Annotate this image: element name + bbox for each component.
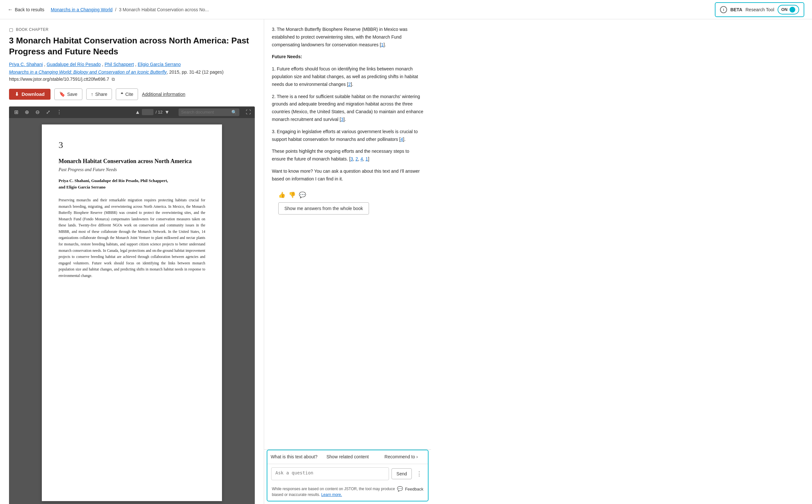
breadcrumb-sep: /: [115, 7, 116, 12]
share-button[interactable]: ↑ Share: [86, 88, 112, 100]
pdf-search-input[interactable]: [181, 110, 229, 115]
download-button[interactable]: ⬇ Download: [9, 89, 51, 100]
breadcrumb: Monarchs in a Changing World / 3 Monarch…: [51, 7, 209, 12]
ai-ref-2[interactable]: 2: [348, 82, 351, 87]
beta-info-icon: i: [720, 6, 727, 13]
learn-more-link[interactable]: Learn more.: [321, 492, 342, 497]
back-to-results-label: Back to results: [15, 7, 44, 12]
breadcrumb-book-link[interactable]: Monarchs in a Changing World: [51, 7, 113, 12]
copy-doi-icon[interactable]: ⧉: [112, 77, 115, 82]
research-tool-label: Research Tool: [745, 7, 774, 12]
disclaimer-row: While responses are based on content on …: [267, 483, 428, 501]
pdf-zoom-out[interactable]: ⊖: [34, 108, 41, 116]
ai-para-2: 1. Future efforts should focus on identi…: [272, 65, 423, 88]
pdf-next-page[interactable]: ▼: [164, 109, 170, 115]
book-ref-rest: , 2015, pp. 31-42 (12 pages): [167, 69, 224, 75]
author-4-link[interactable]: Eligio García Serrano: [138, 62, 181, 67]
more-options-button[interactable]: ⋮: [414, 469, 424, 479]
tab-recommend-to[interactable]: Recommend to ›: [374, 450, 428, 464]
feedback-icon: 💬: [397, 486, 403, 492]
beta-label: BETA: [730, 7, 742, 12]
pdf-body-text: Preserving monarchs and their remarkable…: [59, 197, 205, 279]
thumbs-up-button[interactable]: 👍: [278, 191, 285, 198]
article-title: 3 Monarch Habitat Conservation across No…: [9, 35, 255, 57]
action-buttons: ⬇ Download 🔖 Save ↑ Share ❝ Cite Additio…: [9, 88, 255, 100]
thumbs-down-button[interactable]: 👎: [289, 191, 296, 198]
bottom-tabs: What is this text about? Show related co…: [267, 450, 428, 464]
content-type-label: ▢ BOOK CHAPTER: [9, 27, 255, 32]
ai-ref-1b[interactable]: 1: [365, 156, 368, 161]
comment-button[interactable]: 💬: [299, 191, 306, 198]
ai-ref-1[interactable]: 1: [381, 42, 383, 47]
disclaimer-text: While responses are based on content on …: [272, 486, 397, 498]
bookmark-icon: 🔖: [59, 91, 65, 97]
pdf-search-box: 🔍: [179, 108, 239, 116]
save-button[interactable]: 🔖 Save: [54, 88, 82, 100]
pdf-chapter-title: Monarch Habitat Conservation across Nort…: [59, 158, 205, 165]
breadcrumb-current: 3 Monarch Habitat Conservation across No…: [119, 7, 209, 12]
toggle-on-label: ON: [781, 7, 788, 12]
ai-cta-para: Want to know more? You can ask a questio…: [272, 168, 423, 183]
back-arrow-icon: ←: [8, 7, 13, 13]
pdf-search-icon: 🔍: [231, 110, 237, 115]
pdf-page-total: / 12: [155, 110, 162, 115]
pdf-more-options[interactable]: ⋮: [55, 108, 63, 116]
tab-show-related[interactable]: Show related content: [321, 450, 374, 464]
pdf-authors: Priya C. Shahani, Guadalupe del Río Pesa…: [59, 178, 205, 191]
feedback-button[interactable]: 💬 Feedback: [397, 486, 423, 492]
ai-ref-3b[interactable]: 3: [350, 156, 353, 161]
share-icon: ↑: [91, 91, 94, 97]
book-ref-link[interactable]: Monarchs in a Changing World: Biology an…: [9, 69, 167, 75]
download-icon: ⬇: [15, 91, 19, 97]
doi-text: https://www.jstor.org/stable/10.7591/j.c…: [9, 77, 109, 82]
pdf-page: 3 Monarch Habitat Conservation across No…: [42, 124, 222, 501]
pdf-subtitle: Past Progress and Future Needs: [59, 167, 205, 172]
pdf-prev-page[interactable]: ▲: [135, 109, 140, 115]
pdf-fit-page[interactable]: ⤢: [45, 108, 51, 116]
pdf-chapter-number: 3: [59, 140, 205, 150]
back-to-results-link[interactable]: ← Back to results: [8, 7, 44, 13]
doi-line: https://www.jstor.org/stable/10.7591/j.c…: [9, 77, 255, 82]
ai-ref-2b[interactable]: 2: [355, 156, 358, 161]
ai-para-4: 3. Engaging in legislative efforts at va…: [272, 128, 423, 143]
toggle-circle-icon: [789, 7, 795, 13]
author-1-link[interactable]: Priya C. Shahani: [9, 62, 43, 67]
send-button[interactable]: Send: [392, 468, 412, 479]
ai-para-1: 3. The Monarch Butterfly Biosphere Reser…: [272, 26, 423, 49]
ai-ref-3[interactable]: 3: [341, 117, 344, 122]
show-whole-book-button[interactable]: Show me answers from the whole book: [278, 202, 369, 215]
cite-button[interactable]: ❝ Cite: [116, 88, 138, 100]
pdf-sidebar-toggle[interactable]: ⊞: [13, 108, 20, 116]
ai-para-3: 2. There is a need for sufficient suitab…: [272, 93, 423, 124]
right-panel: 3. The Monarch Butterfly Biosphere Reser…: [264, 19, 431, 504]
pdf-page-nav: ▲ 1 / 12 ▼: [135, 109, 170, 115]
additional-info-button[interactable]: Additional information: [142, 92, 185, 97]
ai-footer-area: What is this text about? Show related co…: [264, 449, 431, 504]
main-layout: ▢ BOOK CHAPTER 3 Monarch Habitat Conserv…: [0, 19, 812, 504]
pdf-fullscreen-btn[interactable]: ⛶: [246, 109, 251, 115]
pdf-viewer: ⊞ ⊕ ⊖ ⤢ ⋮ ▲ 1 / 12 ▼ 🔍 ⛶ 3: [9, 106, 255, 504]
pdf-zoom-in[interactable]: ⊕: [23, 108, 30, 116]
ask-question-input[interactable]: [271, 467, 389, 480]
chevron-right-icon: ›: [416, 454, 418, 459]
document-icon: ▢: [9, 27, 14, 32]
tab-what-is-this[interactable]: What is this text about?: [267, 450, 321, 464]
bottom-action-bar: What is this text about? Show related co…: [267, 450, 429, 501]
book-reference-line: Monarchs in a Changing World: Biology an…: [9, 69, 255, 75]
feedback-icons-row: 👍 👎 💬: [272, 188, 423, 202]
feedback-icons: 👍 👎 💬: [278, 191, 306, 198]
author-2-link[interactable]: Guadalupe del Río Pesado: [47, 62, 101, 67]
ai-future-heading: Future Needs:: [272, 53, 423, 61]
ask-question-row: Send ⋮: [267, 464, 428, 483]
pdf-page-input[interactable]: 1: [142, 109, 153, 115]
ai-ref-4b[interactable]: 4: [361, 156, 363, 161]
ai-response-content: 3. The Monarch Butterfly Biosphere Reser…: [264, 19, 431, 449]
research-tool-toggle[interactable]: ON: [778, 5, 799, 14]
left-panel: ▢ BOOK CHAPTER 3 Monarch Habitat Conserv…: [0, 19, 264, 504]
pdf-toolbar: ⊞ ⊕ ⊖ ⤢ ⋮ ▲ 1 / 12 ▼ 🔍 ⛶: [9, 106, 255, 118]
authors-list: Priya C. Shahani, Guadalupe del Río Pesa…: [9, 62, 255, 67]
top-nav: ← Back to results Monarchs in a Changing…: [0, 0, 812, 19]
ai-ref-4[interactable]: 4: [401, 137, 403, 142]
beta-research-tool-widget: i BETA Research Tool ON: [715, 2, 804, 17]
author-3-link[interactable]: Phil Schappert: [105, 62, 134, 67]
